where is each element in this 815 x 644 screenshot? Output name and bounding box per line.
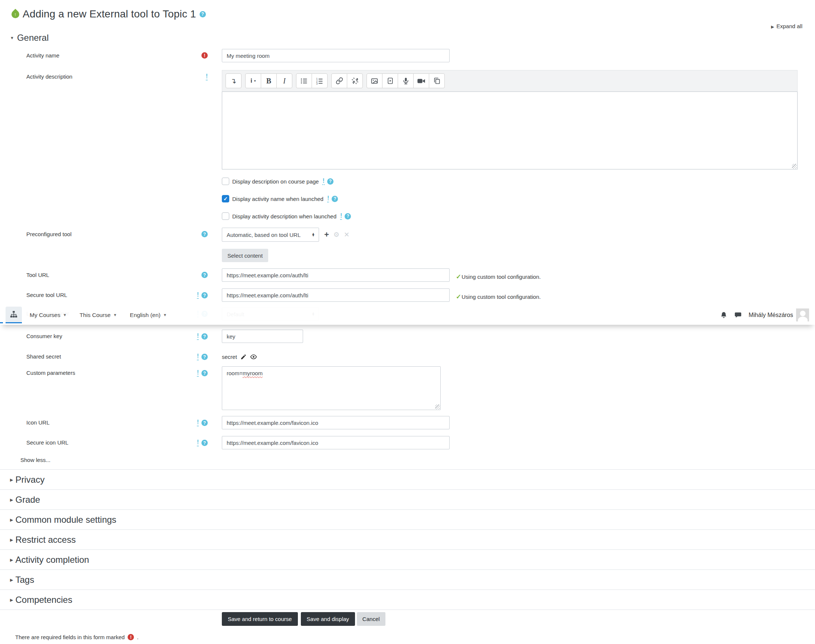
section-tags[interactable]: ▶Tags	[0, 569, 815, 589]
help-icon[interactable]: ?	[201, 440, 208, 446]
editor-resize-handle[interactable]	[792, 164, 797, 169]
help-icon[interactable]: ?	[201, 333, 208, 340]
chevron-right-icon: ▶	[771, 25, 774, 29]
edit-tool-gear-icon: ⚙	[334, 232, 340, 238]
warning-icon[interactable]: !	[197, 292, 199, 299]
preconfigured-tool-select[interactable]: Automatic, based on tool URL ▲▼	[222, 228, 319, 242]
help-icon[interactable]: ?	[201, 231, 208, 237]
display-description-label: Display description on course page	[232, 178, 319, 185]
icon-url-row: Icon URL !?	[0, 416, 815, 429]
messages-chat-icon[interactable]	[734, 311, 742, 319]
help-icon[interactable]: ?	[201, 354, 208, 360]
warning-icon[interactable]: !	[322, 178, 324, 185]
help-icon[interactable]: ?	[201, 420, 208, 426]
warning-icon[interactable]: !	[340, 213, 342, 220]
secure-tool-url-status: ✓Using custom tool configuration.	[456, 290, 541, 301]
warning-icon[interactable]: !	[197, 439, 199, 446]
consumer-key-input[interactable]	[222, 330, 303, 343]
chevron-right-icon: ▶	[10, 498, 13, 502]
show-less-link[interactable]: Show less...	[20, 457, 51, 463]
record-video-icon[interactable]	[413, 74, 429, 88]
section-competencies[interactable]: ▶Competencies	[0, 589, 815, 610]
save-and-return-button[interactable]: Save and return to course	[222, 612, 298, 626]
nav-this-course[interactable]: This Course▼	[80, 312, 117, 319]
paragraph-styles-icon[interactable]: i▾	[245, 74, 261, 88]
insert-image-icon[interactable]	[366, 74, 383, 88]
collapse-toolbar-icon[interactable]: ↴	[226, 74, 241, 88]
save-and-display-button[interactable]: Save and display	[301, 612, 355, 626]
nav-edge-button[interactable]	[0, 307, 3, 323]
manage-files-icon[interactable]	[429, 74, 445, 88]
help-icon[interactable]: ?	[201, 370, 208, 376]
avatar[interactable]	[796, 308, 809, 322]
required-fields-note: There are required fields in this form m…	[15, 634, 815, 640]
warning-icon[interactable]: !	[197, 370, 199, 377]
secure-icon-url-label: Secure icon URL	[26, 439, 68, 446]
custom-parameters-textarea[interactable]: room=myroom	[222, 366, 441, 410]
select-content-button[interactable]: Select content	[222, 249, 268, 262]
required-icon: !	[201, 52, 208, 58]
chevron-down-icon: ▼	[113, 313, 117, 317]
secure-icon-url-input[interactable]	[222, 436, 450, 449]
help-icon[interactable]: ?	[344, 213, 351, 219]
notifications-bell-icon[interactable]	[720, 311, 728, 319]
activity-name-input[interactable]	[222, 49, 450, 62]
external-tool-activity-icon: ↑	[10, 9, 21, 20]
display-options-rows: Display description on course page !? ✓ …	[0, 177, 815, 228]
sitemap-nav-button[interactable]	[6, 307, 22, 323]
display-description-checkbox[interactable]	[222, 178, 229, 185]
italic-icon[interactable]: I	[276, 74, 292, 88]
help-icon[interactable]: ?	[332, 196, 338, 202]
help-icon[interactable]: ?	[200, 11, 206, 17]
warning-icon[interactable]: !	[327, 195, 329, 202]
section-general-header[interactable]: ▼ General	[10, 33, 815, 43]
activity-name-label: Activity name	[26, 52, 59, 58]
secure-tool-url-input[interactable]	[222, 288, 450, 302]
section-activity-completion[interactable]: ▶Activity completion	[0, 549, 815, 569]
display-activity-description-checkbox[interactable]	[222, 212, 229, 220]
nav-my-courses[interactable]: My Courses▼	[30, 312, 67, 319]
user-menu[interactable]: Mihály Mészáros	[749, 312, 793, 319]
tool-url-input[interactable]	[222, 268, 450, 282]
cancel-button[interactable]: Cancel	[357, 612, 386, 626]
icon-url-input[interactable]	[222, 416, 450, 429]
insert-media-icon[interactable]	[382, 74, 398, 88]
display-activity-description-label: Display activity description when launch…	[232, 213, 337, 219]
textarea-resize-handle[interactable]	[435, 405, 440, 409]
section-privacy[interactable]: ▶Privacy	[0, 469, 815, 489]
check-icon: ✓	[456, 273, 461, 281]
activity-description-row: Activity description ! ↴ i▾ B I	[0, 70, 815, 169]
secure-tool-url-label: Secure tool URL	[26, 292, 67, 298]
warning-icon[interactable]: !	[197, 419, 199, 426]
display-activity-name-label: Display activity name when launched	[232, 196, 323, 202]
editor-content-area[interactable]	[222, 92, 798, 169]
display-activity-name-checkbox[interactable]: ✓	[222, 195, 229, 202]
show-secret-eye-icon[interactable]	[250, 353, 257, 360]
ordered-list-icon[interactable]: 1 2 3	[312, 74, 328, 88]
section-grade[interactable]: ▶Grade	[0, 489, 815, 509]
help-icon[interactable]: ?	[327, 178, 334, 185]
record-audio-icon[interactable]	[398, 74, 414, 88]
unlink-icon[interactable]	[347, 74, 363, 88]
link-icon[interactable]	[331, 74, 347, 88]
delete-tool-icon: ✕	[344, 232, 349, 238]
section-common-module-settings[interactable]: ▶Common module settings	[0, 509, 815, 529]
misspelled-word: myroom	[243, 370, 263, 376]
expand-all-link[interactable]: ▶Expand all	[771, 23, 803, 29]
consumer-key-row: Consumer key !?	[0, 330, 815, 343]
add-tool-icon[interactable]: +	[324, 231, 329, 239]
warning-icon[interactable]: !	[206, 74, 208, 80]
help-icon[interactable]: ?	[201, 292, 208, 299]
warning-icon[interactable]: !	[197, 353, 199, 360]
page-header: ↑ Adding a new External tool to Topic 1 …	[0, 0, 815, 31]
unordered-list-icon[interactable]	[296, 74, 312, 88]
edit-pencil-icon[interactable]	[240, 354, 247, 360]
section-restrict-access[interactable]: ▶Restrict access	[0, 529, 815, 549]
bold-icon[interactable]: B	[261, 74, 277, 88]
chevron-down-icon: ▼	[163, 313, 167, 317]
chevron-right-icon: ▶	[10, 477, 13, 482]
help-icon[interactable]: ?	[201, 272, 208, 278]
nav-language[interactable]: English (en)▼	[130, 312, 167, 319]
preconfigured-tool-label: Preconfigured tool	[26, 231, 72, 237]
warning-icon[interactable]: !	[197, 333, 199, 340]
